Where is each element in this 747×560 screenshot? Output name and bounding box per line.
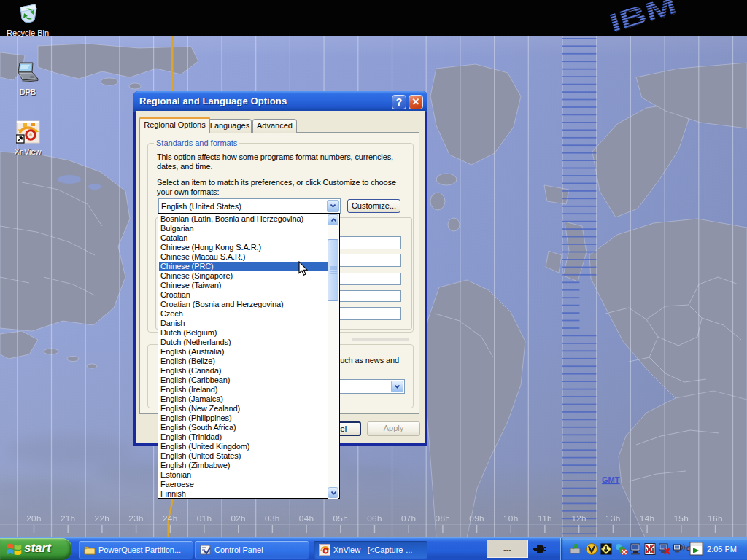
svg-text:10h: 10h [503, 513, 519, 524]
svg-text:02h: 02h [231, 513, 246, 524]
svg-text:IBM: IBM [607, 0, 680, 36]
svg-text:13h: 13h [605, 513, 621, 524]
svg-text:08h: 08h [436, 513, 451, 524]
svg-text:16h: 16h [708, 513, 723, 524]
svg-text:14h: 14h [640, 513, 655, 524]
svg-text:09h: 09h [469, 513, 484, 524]
svg-text:05h: 05h [333, 513, 349, 524]
svg-text:22h: 22h [95, 513, 110, 524]
svg-text:23h: 23h [128, 513, 144, 524]
svg-text:GMT: GMT [602, 475, 620, 484]
svg-text:04h: 04h [299, 513, 314, 524]
svg-text:21h: 21h [61, 513, 76, 524]
svg-text:11h: 11h [538, 513, 552, 524]
svg-text:24h: 24h [163, 513, 178, 524]
svg-text:15h: 15h [674, 513, 689, 524]
svg-text:03h: 03h [265, 513, 280, 524]
svg-text:20h: 20h [26, 513, 42, 524]
svg-text:06h: 06h [367, 513, 382, 524]
svg-text:07h: 07h [401, 513, 417, 524]
svg-text:01h: 01h [197, 513, 212, 524]
svg-text:12h: 12h [571, 513, 587, 524]
